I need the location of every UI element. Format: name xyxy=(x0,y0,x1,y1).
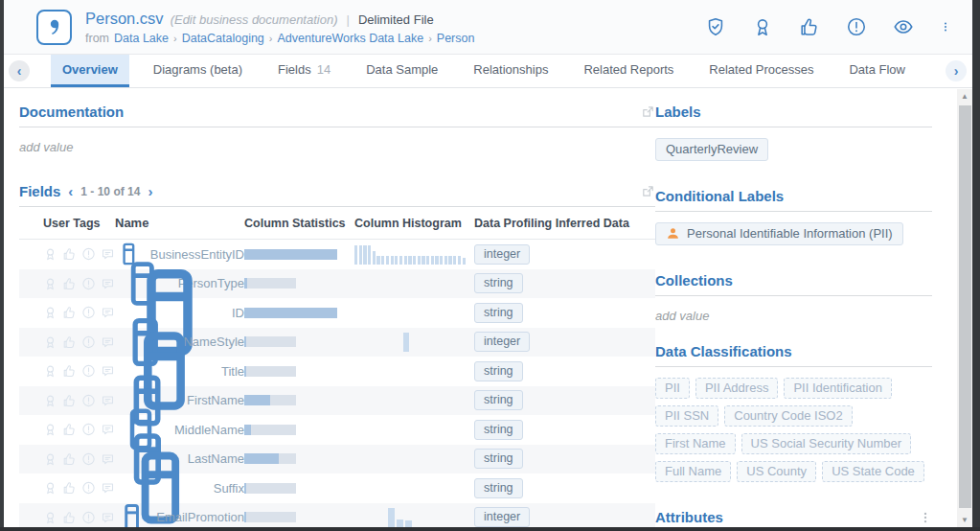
breadcrumb-link-data-lake[interactable]: Data Lake xyxy=(114,32,169,45)
endorse-icon[interactable] xyxy=(62,446,77,531)
right-sidebar: Labels QuarterlyReview Conditional Label… xyxy=(655,88,972,531)
certification-icon[interactable] xyxy=(43,446,57,531)
column-statistics-cell xyxy=(244,308,354,318)
verified-shield-icon[interactable] xyxy=(705,16,726,37)
column-header-column-statistics: Column Statistics xyxy=(244,217,346,230)
labels-heading: Labels xyxy=(655,104,701,120)
histogram-bar xyxy=(413,256,416,264)
classification-chip-us-social-security-number[interactable]: US Social Security Number xyxy=(741,433,912,454)
column-histogram-cell xyxy=(354,445,474,474)
more-options-icon[interactable] xyxy=(940,16,951,37)
breadcrumb-link-datacataloging[interactable]: DataCataloging xyxy=(182,32,264,45)
statistics-bar xyxy=(244,512,296,522)
classification-chip-full-name[interactable]: Full Name xyxy=(655,461,731,482)
tab-count-badge: 14 xyxy=(317,62,330,77)
collections-section: Collections add value xyxy=(655,272,932,323)
documentation-add-value[interactable]: add value xyxy=(19,127,655,154)
comment-icon[interactable] xyxy=(101,446,115,531)
inferred-type-badge: string xyxy=(474,361,523,381)
histogram-bar xyxy=(391,256,394,264)
column-statistics-cell xyxy=(244,483,354,494)
classification-chip-country-code-iso2[interactable]: Country Code ISO2 xyxy=(724,405,852,427)
column-statistics-cell xyxy=(244,395,354,405)
attributes-heading: Attributes xyxy=(655,509,723,525)
histogram-bar xyxy=(376,256,379,264)
tab-relationships[interactable]: Relationships xyxy=(462,55,559,87)
entity-header: Person.csv (Edit business documentation)… xyxy=(4,0,972,55)
statistics-bar xyxy=(244,483,296,494)
watch-icon[interactable] xyxy=(893,16,914,37)
scrollbar-up-arrow[interactable]: ▲ xyxy=(957,89,972,104)
breadcrumb: from Data Lake›DataCataloging›AdventureW… xyxy=(85,32,474,45)
inferred-type-cell: integer xyxy=(474,507,655,527)
classification-chip-pii-identification[interactable]: PII Identification xyxy=(784,378,892,399)
data-classifications-heading: Data Classifications xyxy=(655,343,792,359)
breadcrumb-link-person[interactable]: Person xyxy=(437,32,475,45)
data-catalog-window: Person.csv (Edit business documentation)… xyxy=(0,0,980,531)
tab-label: Overview xyxy=(62,62,118,77)
fields-section: Fields ‹ 1 - 10 of 14 › User Tags Name C… xyxy=(19,183,655,531)
classification-chip-pii[interactable]: PII xyxy=(655,378,690,399)
attributes-more-options-icon[interactable] xyxy=(919,510,932,525)
inferred-type-badge: string xyxy=(474,390,523,410)
histogram-bar xyxy=(373,251,376,265)
issue-icon[interactable] xyxy=(846,16,867,37)
inferred-type-cell: integer xyxy=(474,332,655,352)
tab-fields[interactable]: Fields14 xyxy=(266,55,342,87)
fields-expand-icon[interactable] xyxy=(641,184,655,198)
classification-chip-pii-address[interactable]: PII Address xyxy=(695,378,778,399)
tab-data-flow[interactable]: Data Flow xyxy=(837,55,917,87)
conditional-label-chip-personal-identifiable-information-pii[interactable]: Personal Identifiable Information (PII) xyxy=(655,222,903,245)
person-icon xyxy=(666,226,680,241)
histogram-bar xyxy=(386,256,389,264)
tabs-scroll-right-button[interactable]: › xyxy=(946,60,967,81)
column-statistics-cell xyxy=(244,512,354,522)
collections-add-value[interactable]: add value xyxy=(655,296,932,323)
statistics-bar xyxy=(244,308,337,318)
statistics-bar-fill xyxy=(244,512,246,522)
documentation-expand-icon[interactable] xyxy=(641,104,655,119)
classification-chip-first-name[interactable]: First Name xyxy=(655,433,736,454)
tab-label: Fields xyxy=(278,62,311,77)
histogram-bar xyxy=(463,258,466,265)
histogram-bar xyxy=(422,256,424,264)
inferred-type-badge: string xyxy=(474,420,523,440)
inferred-type-cell: integer xyxy=(474,244,655,265)
tab-diagrams-beta[interactable]: Diagrams (beta) xyxy=(142,55,254,87)
certification-icon[interactable] xyxy=(752,16,773,37)
tab-overview[interactable]: Overview xyxy=(51,55,129,87)
histogram-bar xyxy=(426,256,429,264)
histogram-bar xyxy=(448,256,451,264)
classification-chip-pii-ssn[interactable]: PII SSN xyxy=(655,405,718,427)
documentation-heading: Documentation xyxy=(19,104,124,120)
tabs-scroll-left-button[interactable]: ‹ xyxy=(9,60,30,81)
scrollbar-thumb[interactable] xyxy=(959,105,971,508)
issue-icon[interactable] xyxy=(81,446,96,531)
breadcrumb-prefix: from xyxy=(85,32,109,45)
edit-documentation-link[interactable]: (Edit business documentation) xyxy=(171,12,338,27)
tab-related-processes[interactable]: Related Processes xyxy=(697,55,825,87)
tab-bar: ‹ OverviewDiagrams (beta)Fields14Data Sa… xyxy=(4,55,972,88)
endorse-icon[interactable] xyxy=(799,16,820,37)
classification-chip-us-state-code[interactable]: US State Code xyxy=(822,461,924,482)
statistics-bar xyxy=(244,425,296,435)
histogram-bar xyxy=(444,256,447,264)
field-name-link[interactable]: EmailPromotion xyxy=(156,510,244,524)
column-header-data-profiling: Data Profiling Inferred Data xyxy=(474,217,629,230)
inferred-type-badge: integer xyxy=(474,507,530,527)
classification-chip-us-county[interactable]: US County xyxy=(737,461,816,482)
histogram-bar xyxy=(404,256,407,264)
breadcrumb-link-adventureworks-data-lake[interactable]: AdventureWorks Data Lake xyxy=(278,32,424,45)
scrollbar-down-arrow[interactable]: ▼ xyxy=(957,513,972,527)
background-window-sliver-bottom xyxy=(0,527,980,531)
column-histogram-cell xyxy=(354,298,474,328)
tab-data-sample[interactable]: Data Sample xyxy=(354,55,449,87)
label-chip-quarterlyreview[interactable]: QuarterlyReview xyxy=(655,138,768,161)
histogram-bar xyxy=(435,256,438,264)
tab-related-reports[interactable]: Related Reports xyxy=(572,55,685,87)
statistics-bar-fill xyxy=(244,395,270,405)
statistics-bar-fill xyxy=(244,425,251,435)
vertical-scrollbar[interactable]: ▲ ▼ xyxy=(957,89,972,527)
column-statistics-cell xyxy=(244,336,354,347)
statistics-bar-fill xyxy=(244,366,246,377)
